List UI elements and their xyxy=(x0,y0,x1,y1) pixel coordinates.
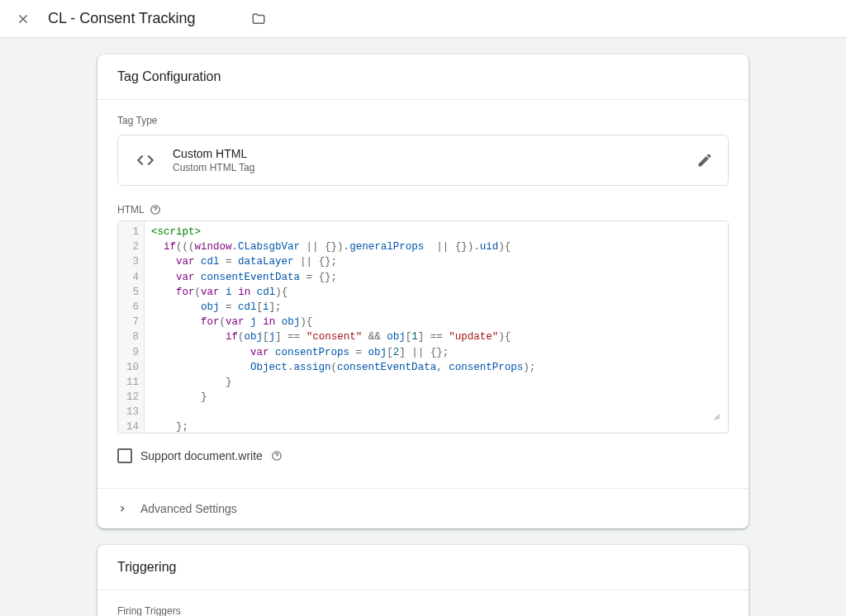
body-area: Tag Configuration Tag Type Custom HTML C… xyxy=(0,38,846,616)
html-help-button[interactable] xyxy=(150,204,161,216)
line-number-gutter: 12345678910111213141516171819 xyxy=(118,221,145,433)
tag-type-selector[interactable]: Custom HTML Custom HTML Tag xyxy=(117,135,729,186)
edit-tag-type-button[interactable] xyxy=(696,152,713,168)
chevron-right-icon xyxy=(117,504,127,514)
support-document-write-row: Support document.write xyxy=(117,448,729,463)
resize-handle[interactable] xyxy=(711,411,723,428)
tag-name-input[interactable] xyxy=(43,7,245,31)
resize-icon xyxy=(711,411,723,423)
pencil-icon xyxy=(696,152,713,168)
help-icon xyxy=(271,450,283,462)
support-document-write-label: Support document.write xyxy=(140,449,263,462)
close-button[interactable] xyxy=(10,6,36,32)
help-icon xyxy=(150,204,161,216)
tag-type-name: Custom HTML xyxy=(173,147,682,160)
tag-type-text: Custom HTML Custom HTML Tag xyxy=(173,147,682,173)
advanced-settings-toggle[interactable]: Advanced Settings xyxy=(97,488,749,528)
docwrite-help-button[interactable] xyxy=(271,450,283,462)
html-label: HTML xyxy=(117,204,145,216)
triggering-heading: Triggering xyxy=(97,545,749,590)
page-header xyxy=(0,0,846,37)
support-document-write-checkbox[interactable] xyxy=(117,448,132,463)
firing-triggers-label: Firing Triggers xyxy=(117,605,729,616)
html-label-row: HTML xyxy=(117,204,729,216)
code-area[interactable]: <script> if(((window.CLabsgbVar || {}).g… xyxy=(145,221,728,433)
advanced-settings-label: Advanced Settings xyxy=(140,502,237,515)
triggering-body: Firing Triggers Consent Update Custom Ev… xyxy=(97,590,749,616)
tag-config-body: Tag Type Custom HTML Custom HTML Tag HTM… xyxy=(97,100,749,488)
html-code-editor[interactable]: 12345678910111213141516171819 <script> i… xyxy=(117,220,729,434)
triggering-card: Triggering Firing Triggers Consent Updat… xyxy=(97,545,749,616)
tag-config-heading: Tag Configuration xyxy=(97,54,749,99)
tag-configuration-card: Tag Configuration Tag Type Custom HTML C… xyxy=(97,54,749,528)
tag-type-subtitle: Custom HTML Tag xyxy=(173,162,682,173)
code-brackets-icon xyxy=(133,148,158,173)
close-icon xyxy=(16,12,31,26)
tag-type-label: Tag Type xyxy=(117,115,729,126)
folder-icon xyxy=(251,12,266,26)
folder-button[interactable] xyxy=(251,12,266,26)
